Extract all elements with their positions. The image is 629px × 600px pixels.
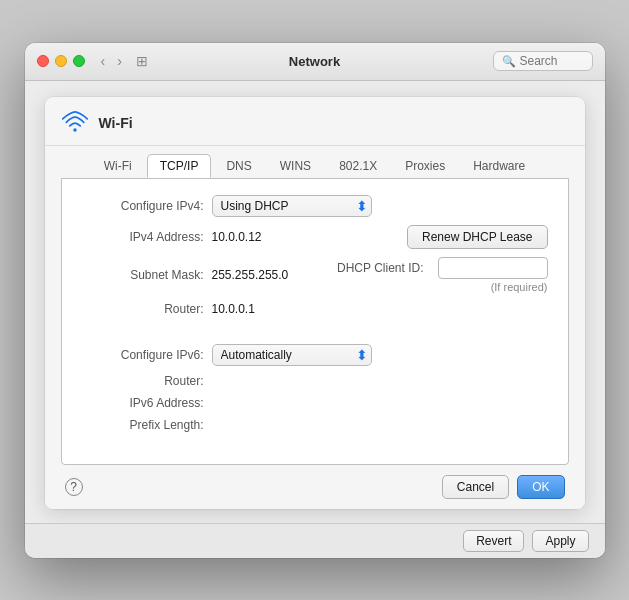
ipv4-address-label: IPv4 Address: — [82, 230, 212, 244]
close-button[interactable] — [37, 55, 49, 67]
search-input[interactable] — [520, 54, 590, 68]
prefix-length-row: Prefix Length: — [82, 418, 548, 432]
search-box[interactable]: 🔍 — [493, 51, 593, 71]
revert-button[interactable]: Revert — [463, 530, 524, 552]
modal-header: Wi-Fi — [45, 97, 585, 146]
os-bottom-bar: Revert Apply — [25, 523, 605, 558]
tab-tcpip[interactable]: TCP/IP — [147, 154, 212, 178]
tab-content-tcpip: Configure IPv4: Using DHCP Manually Off … — [61, 178, 569, 465]
tab-dns[interactable]: DNS — [213, 154, 264, 178]
search-icon: 🔍 — [502, 55, 516, 68]
configure-ipv6-label: Configure IPv6: — [82, 348, 212, 362]
ipv6-section: Configure IPv6: Automatically Manually O… — [82, 344, 548, 432]
ipv6-address-label: IPv6 Address: — [82, 396, 212, 410]
help-button[interactable]: ? — [65, 478, 83, 496]
apply-button[interactable]: Apply — [532, 530, 588, 552]
renew-dhcp-button[interactable]: Renew DHCP Lease — [407, 225, 548, 249]
tab-wins[interactable]: WINS — [267, 154, 324, 178]
tab-bar: Wi-Fi TCP/IP DNS WINS 802.1X Proxies Har… — [45, 146, 585, 178]
prefix-length-label: Prefix Length: — [82, 418, 212, 432]
subnet-row: Subnet Mask: 255.255.255.0 DHCP Client I… — [82, 257, 548, 294]
configure-ipv6-select-wrapper: Automatically Manually Off ⬍ — [212, 344, 372, 366]
title-bar: ‹ › ⊞ Network 🔍 — [25, 43, 605, 81]
grid-icon: ⊞ — [136, 53, 148, 69]
configure-ipv6-select[interactable]: Automatically Manually Off — [212, 344, 372, 366]
dhcp-client-id-label: DHCP Client ID: — [337, 261, 431, 275]
configure-ipv6-row: Configure IPv6: Automatically Manually O… — [82, 344, 548, 366]
if-required-text: (If required) — [489, 281, 548, 293]
ipv4-address-row: IPv4 Address: 10.0.0.12 Renew DHCP Lease — [82, 225, 548, 249]
maximize-button[interactable] — [73, 55, 85, 67]
ipv4-address-value: 10.0.0.12 — [212, 230, 262, 244]
tab-wifi[interactable]: Wi-Fi — [91, 154, 145, 178]
modal-wifi-title: Wi-Fi — [99, 115, 133, 131]
minimize-button[interactable] — [55, 55, 67, 67]
ipv4-router-label: Router: — [82, 302, 212, 316]
configure-ipv4-select[interactable]: Using DHCP Manually Off — [212, 195, 372, 217]
modal-dialog: Wi-Fi Wi-Fi TCP/IP DNS WINS 802.1X Proxi… — [45, 97, 585, 509]
ipv6-router-row: Router: — [82, 374, 548, 388]
subnet-value: 255.255.255.0 — [212, 268, 289, 282]
dhcp-client-id-input[interactable] — [438, 257, 548, 279]
tab-hardware[interactable]: Hardware — [460, 154, 538, 178]
cancel-button[interactable]: Cancel — [442, 475, 509, 499]
back-button[interactable]: ‹ — [97, 51, 110, 71]
wifi-icon — [61, 109, 89, 137]
configure-ipv4-select-wrapper: Using DHCP Manually Off ⬍ — [212, 195, 372, 217]
ipv6-address-row: IPv6 Address: — [82, 396, 548, 410]
os-window: ‹ › ⊞ Network 🔍 Wi-Fi Wi-Fi — [25, 43, 605, 558]
traffic-lights — [37, 55, 85, 67]
configure-ipv4-row: Configure IPv4: Using DHCP Manually Off … — [82, 195, 548, 217]
footer-actions: Cancel OK — [442, 475, 565, 499]
tab-8021x[interactable]: 802.1X — [326, 154, 390, 178]
window-title: Network — [289, 54, 340, 69]
svg-point-0 — [73, 128, 77, 132]
ipv6-router-label: Router: — [82, 374, 212, 388]
ok-button[interactable]: OK — [517, 475, 564, 499]
dialog-area: Wi-Fi Wi-Fi TCP/IP DNS WINS 802.1X Proxi… — [25, 81, 605, 523]
tab-proxies[interactable]: Proxies — [392, 154, 458, 178]
modal-footer: ? Cancel OK — [45, 465, 585, 509]
forward-button[interactable]: › — [113, 51, 126, 71]
ipv4-section: Configure IPv4: Using DHCP Manually Off … — [82, 195, 548, 316]
subnet-label: Subnet Mask: — [82, 268, 212, 282]
configure-ipv4-label: Configure IPv4: — [82, 199, 212, 213]
nav-buttons: ‹ › — [97, 51, 126, 71]
ipv4-router-value: 10.0.0.1 — [212, 302, 255, 316]
ipv4-router-row: Router: 10.0.0.1 — [82, 302, 548, 316]
